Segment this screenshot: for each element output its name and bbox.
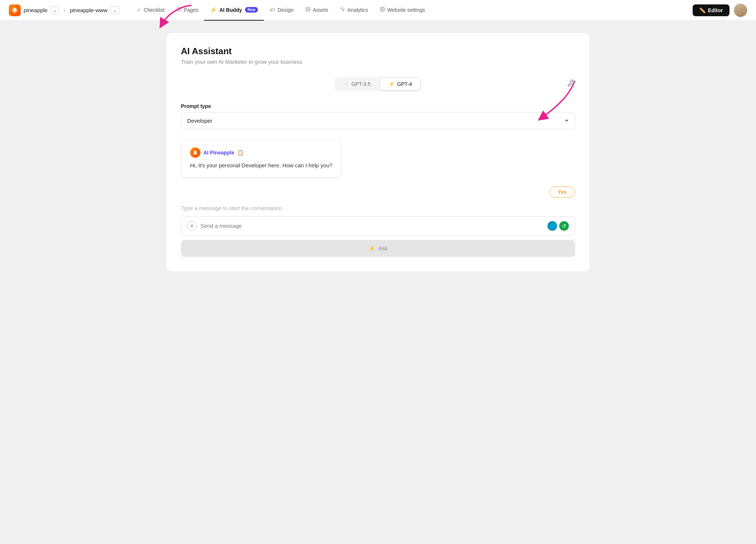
new-badge: New (245, 7, 258, 13)
svg-point-9 (307, 8, 308, 9)
chat-avatar (190, 147, 200, 158)
type-message-label: Type a message to start the conversation (181, 205, 575, 211)
add-attachment-button[interactable]: + (187, 221, 197, 231)
ai-assistant-card: AI Assistant Train your own AI Marketer … (166, 32, 590, 272)
yes-button[interactable]: Yes (549, 186, 575, 198)
site-dropdown[interactable]: ⌄ (111, 6, 119, 14)
ask-lightning-icon: ⚡ (368, 245, 375, 252)
editor-button[interactable]: ✏️ Editor (693, 4, 729, 16)
gpt35-button[interactable]: ☆ GPT-3.5 (336, 78, 379, 90)
tab-pages[interactable]: Pages (171, 0, 204, 21)
pineapple-logo (9, 4, 21, 16)
nav-tabs: ✓ Checklist Pages ⚡ AI Buddy New 🏷 Desig… (131, 0, 431, 20)
svg-line-2 (14, 7, 15, 8)
globe-button[interactable]: 🌐 (547, 221, 557, 231)
topbar-left: pineapple ⌄ › pineapple-www ⌄ (9, 4, 119, 16)
chat-area: AI Pineapple 📋 Hi, it's your personal De… (181, 140, 575, 178)
tab-ai-buddy[interactable]: ⚡ AI Buddy New (204, 0, 264, 21)
chat-actions: Yes (181, 186, 575, 198)
prompt-section: Prompt type Developer Marketer Designer … (181, 103, 575, 129)
chat-bubble-header: AI Pineapple 📋 (190, 147, 332, 158)
tab-checklist[interactable]: ✓ Checklist (131, 0, 171, 21)
tab-assets[interactable]: Assets (300, 0, 334, 21)
card-title: AI Assistant (181, 46, 575, 56)
main-content: AI Assistant Train your own AI Marketer … (157, 21, 599, 284)
star-icon: ☆ (344, 81, 349, 87)
tab-analytics[interactable]: Analytics (334, 0, 374, 21)
model-settings-button[interactable] (567, 79, 575, 89)
tab-design[interactable]: 🏷 Design (264, 0, 300, 21)
model-group: ☆ GPT-3.5 ⚡ GPT-4 (335, 77, 422, 91)
lightning-model-icon: ⚡ (388, 81, 395, 87)
message-input[interactable] (200, 223, 544, 229)
prompt-select[interactable]: Developer Marketer Designer Content Writ… (181, 112, 575, 129)
prompt-label: Prompt type (181, 103, 575, 109)
site-name: pineapple-www (70, 7, 108, 13)
bot-name: AI Pineapple (203, 150, 234, 156)
svg-point-10 (382, 8, 383, 10)
topbar: pineapple ⌄ › pineapple-www ⌄ ✓ Checklis… (0, 0, 756, 21)
check-icon: ✓ (137, 7, 141, 13)
model-selector: ☆ GPT-3.5 ⚡ GPT-4 (181, 77, 575, 91)
edit-icon: ✏️ (699, 7, 706, 13)
pages-icon (176, 7, 182, 13)
design-icon: 🏷 (270, 7, 275, 13)
breadcrumb-sep: › (63, 7, 65, 14)
analytics-icon (340, 7, 345, 13)
assets-icon (305, 7, 311, 13)
brand-dropdown[interactable]: ⌄ (50, 6, 59, 14)
svg-line-3 (15, 7, 15, 8)
chat-bubble: AI Pineapple 📋 Hi, it's your personal De… (181, 140, 342, 178)
card-subtitle: Train your own AI Marketer to grow your … (181, 59, 575, 65)
topbar-right: ✏️ Editor (693, 4, 747, 17)
gpt4-button[interactable]: ⚡ GPT-4 (380, 78, 420, 90)
tab-website-settings[interactable]: Website settings (374, 0, 431, 21)
lightning-icon: ⚡ (210, 7, 217, 13)
input-icons: 🌐 ↺ (547, 221, 569, 231)
chat-message: Hi, it's your personal Developer here. H… (190, 161, 332, 170)
clipboard-icon[interactable]: 📋 (237, 150, 244, 156)
brand-name: pineapple (24, 7, 48, 13)
user-avatar[interactable] (734, 4, 747, 17)
settings-icon (380, 7, 385, 13)
ask-button[interactable]: ⚡ Ask (181, 240, 575, 257)
refresh-button[interactable]: ↺ (559, 221, 569, 231)
message-input-container: + 🌐 ↺ (181, 216, 575, 236)
